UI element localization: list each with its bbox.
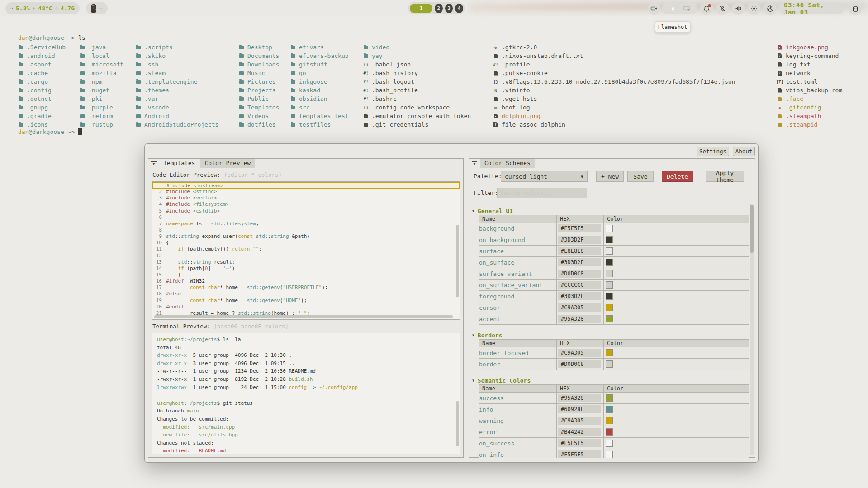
terminal-line: total 48: [157, 344, 460, 352]
color-swatch[interactable]: [606, 270, 613, 277]
terminal-vertical-scrollbar[interactable]: [456, 401, 459, 446]
hex-value-field[interactable]: #B44242: [558, 428, 601, 436]
terminal-preview[interactable]: user@host:~/projects$ ls -latotal 48drwx…: [152, 333, 460, 454]
color-swatch[interactable]: [606, 281, 613, 289]
hex-value-field[interactable]: #3D3D2F: [558, 292, 601, 300]
hex-value-field[interactable]: #C9A305: [558, 417, 601, 425]
color-swatch[interactable]: [606, 360, 613, 368]
save-palette-button[interactable]: Save: [627, 171, 654, 182]
collapse-triangle-icon: ▼: [472, 333, 474, 337]
file-name: .cargo: [27, 78, 48, 85]
flameshot-tray-icon[interactable]: [669, 5, 677, 12]
color-swatch[interactable]: [606, 315, 613, 322]
workspace-2[interactable]: 2: [435, 4, 443, 13]
new-palette-button[interactable]: + New: [596, 171, 624, 182]
collapse-icon[interactable]: ▼: [472, 161, 477, 166]
file-name: Desktop: [247, 44, 272, 51]
hex-value-field[interactable]: #3D3D2F: [558, 236, 601, 244]
panel-scrollbar-thumb[interactable]: [750, 205, 754, 253]
file-item: .microsoft: [80, 60, 123, 69]
section-header[interactable]: ▼Semantic Colors: [472, 376, 749, 384]
settings-button[interactable]: Settings: [697, 147, 729, 156]
hex-value-field[interactable]: #E8E8E8: [558, 247, 601, 255]
hex-value-field[interactable]: #D0D0C8: [558, 270, 601, 278]
color-swatch[interactable]: [606, 247, 613, 255]
panel-scrollbar[interactable]: [750, 204, 754, 455]
clock-pill[interactable]: 03:46 Sat, Jan 03: [779, 2, 844, 14]
color-swatch[interactable]: [606, 406, 613, 413]
terminal-app-pill[interactable]: ~: [86, 2, 108, 14]
color-swatch[interactable]: [606, 236, 613, 243]
hex-value-field[interactable]: #60928F: [558, 405, 601, 413]
hex-value-field[interactable]: #C9A305: [558, 303, 601, 312]
color-name: warning: [479, 415, 557, 426]
workspace-4[interactable]: 4: [455, 4, 463, 13]
file-item: .aspnet: [18, 60, 66, 69]
volume-button[interactable]: [732, 2, 745, 15]
color-tables-scrollarea[interactable]: ▼General UINameHEXColorbackground#F5F5F5…: [469, 204, 749, 458]
color-swatch[interactable]: [606, 259, 613, 266]
screen-lock-tray-icon[interactable]: [683, 5, 690, 12]
code-horizontal-scrollbar[interactable]: [154, 315, 453, 318]
color-swatch[interactable]: [606, 349, 613, 356]
hex-value-field[interactable]: #F5F5F5: [558, 450, 601, 458]
file-item: ?file-assoc-dolphin: [493, 120, 735, 129]
delete-palette-button[interactable]: Delete: [662, 171, 693, 182]
code-vertical-scrollbar[interactable]: [456, 225, 459, 297]
tab-templates[interactable]: Templates: [159, 159, 199, 168]
file-name: efivars: [299, 44, 324, 51]
color-schemes-panel: ▼ Color Schemes Palette: cursed-light ▼ …: [469, 158, 755, 458]
color-swatch[interactable]: [606, 293, 613, 300]
section-header[interactable]: ▼Borders: [472, 331, 749, 339]
workspace-1[interactable]: 1: [410, 4, 432, 13]
tray-apps-pill[interactable]: [662, 2, 697, 14]
file-name: Videos: [247, 113, 269, 119]
column-header: Name: [479, 385, 557, 393]
color-swatch[interactable]: [606, 394, 613, 402]
night-light-button[interactable]: [764, 2, 776, 15]
tab-color-preview[interactable]: Color Preview: [200, 159, 255, 168]
tab-color-schemes[interactable]: Color Schemes: [480, 159, 535, 168]
hex-value-field[interactable]: #95A328: [558, 315, 601, 323]
color-swatch[interactable]: [606, 225, 613, 232]
hex-value-field[interactable]: #3D3D2F: [558, 258, 601, 266]
palette-dropdown[interactable]: cursed-light ▼: [501, 171, 588, 182]
json-icon: {}: [363, 105, 369, 110]
desktop-terminal[interactable]: dan@darkgoose ~> ls .ServiceHub.android.…: [0, 27, 868, 145]
hex-value-field[interactable]: #CCCCCC: [558, 281, 601, 289]
section-header[interactable]: ▼General UI: [472, 207, 749, 215]
file-item: efivars: [290, 43, 349, 52]
notifications-button[interactable]: [700, 2, 713, 15]
file-name: templates_test: [299, 113, 349, 119]
hex-value-field[interactable]: #F5F5F5: [558, 439, 601, 447]
color-swatch[interactable]: [606, 428, 613, 436]
tray-app-button[interactable]: [849, 2, 862, 15]
file-item: .local: [80, 52, 123, 60]
screen-recorder-button[interactable]: [648, 2, 660, 15]
hex-value-field[interactable]: #D0D0C8: [558, 360, 601, 368]
about-button[interactable]: About: [733, 147, 755, 156]
system-stats-pill[interactable]: 5.8% 48°C 4.7G: [5, 2, 80, 14]
table-row: border#D0D0C8: [479, 359, 749, 370]
color-swatch[interactable]: [606, 440, 613, 447]
color-swatch[interactable]: [606, 451, 613, 458]
filter-input[interactable]: [497, 188, 587, 198]
color-swatch[interactable]: [606, 304, 613, 311]
file-item: Templates: [239, 103, 279, 112]
terminal-line: -rwxr-xr-x 1 user group 8192 Dec 2 10:28…: [157, 375, 460, 384]
color-swatch[interactable]: [606, 417, 613, 424]
hex-value-field[interactable]: #F5F5F5: [558, 224, 601, 232]
palette-value: cursed-light: [505, 173, 547, 180]
code-line: 14 if (path[0] == '~'): [152, 265, 460, 272]
folder-icon: [290, 80, 296, 84]
code-editor-preview[interactable]: #include <iostream>2#include <string>3#i…: [152, 181, 460, 320]
folder-icon: [136, 80, 141, 84]
bluetooth-button[interactable]: [716, 2, 729, 15]
workspace-3[interactable]: 3: [445, 4, 453, 13]
collapse-icon[interactable]: ▼: [151, 161, 157, 166]
hex-value-field[interactable]: #95A328: [558, 394, 601, 402]
apply-theme-button[interactable]: Apply Theme: [706, 171, 744, 182]
file-item: .dotnet: [18, 95, 66, 103]
brightness-button[interactable]: [748, 2, 760, 15]
hex-value-field[interactable]: #C9A305: [558, 349, 601, 357]
